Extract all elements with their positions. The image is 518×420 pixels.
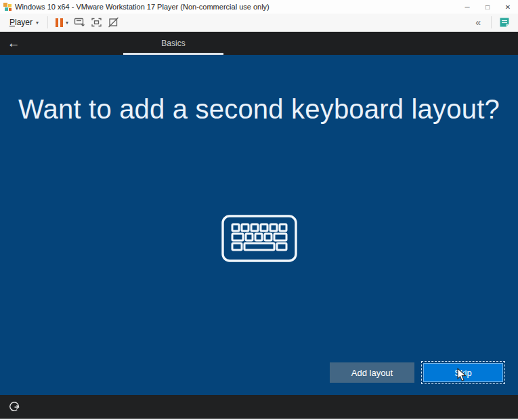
vmware-toolbar: Player ▾ ▾ « (0, 14, 518, 32)
tab-basics: Basics (123, 32, 223, 55)
minimize-button[interactable]: ─ (457, 0, 477, 14)
oobe-header: ← Basics (0, 32, 518, 55)
toolbar-divider (47, 16, 48, 28)
mouse-cursor (457, 368, 467, 382)
maximize-button[interactable]: □ (477, 0, 498, 14)
pause-icon (56, 18, 63, 27)
add-layout-button[interactable]: Add layout (330, 362, 414, 383)
notes-button[interactable] (496, 16, 513, 29)
oobe-footer (0, 395, 518, 419)
vm-app-icon (3, 2, 12, 12)
collapse-toolbar-icon[interactable]: « (470, 17, 486, 28)
chevron-down-icon: ▾ (36, 20, 39, 26)
back-button[interactable]: ← (0, 32, 27, 55)
ease-of-access-icon[interactable] (8, 401, 20, 413)
unity-mode-button[interactable] (105, 16, 122, 29)
suspend-vm-button[interactable]: ▾ (53, 17, 71, 28)
unity-mode-icon (108, 17, 119, 28)
fullscreen-button[interactable] (88, 16, 105, 29)
close-button[interactable]: ✕ (498, 0, 518, 14)
fullscreen-icon (91, 17, 102, 28)
notes-icon (499, 17, 510, 28)
title-bar: Windows 10 x64 - VMware Workstation 17 P… (0, 0, 518, 14)
window-title: Windows 10 x64 - VMware Workstation 17 P… (15, 3, 269, 11)
chevron-down-icon: ▾ (66, 20, 68, 26)
player-menu[interactable]: Player ▾ (5, 16, 43, 29)
oobe-content: Want to add a second keyboard layout? (0, 55, 518, 395)
action-buttons: Add layout Skip (330, 361, 505, 384)
send-ctrl-alt-del-button[interactable] (71, 16, 88, 29)
player-menu-label: Player (9, 18, 33, 27)
page-title: Want to add a second keyboard layout? (0, 94, 518, 125)
toolbar-divider (491, 16, 492, 28)
send-ctrl-alt-del-icon (74, 17, 85, 28)
vmware-player-window: Windows 10 x64 - VMware Workstation 17 P… (0, 0, 518, 420)
keyboard-icon (221, 215, 297, 262)
